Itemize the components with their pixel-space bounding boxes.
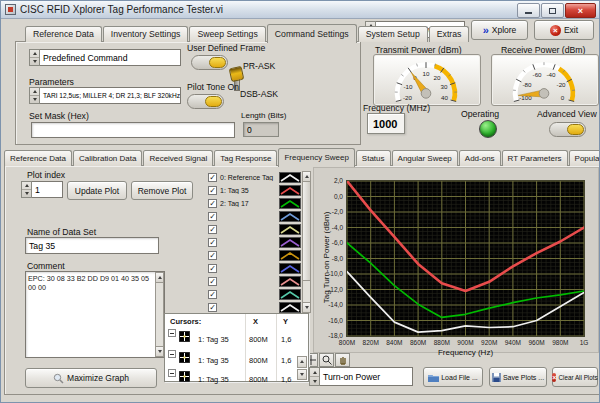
tab-reference-data[interactable]: Reference Data (4, 150, 72, 166)
scroll-up-icon[interactable] (297, 356, 307, 368)
tab-frequency-sweep[interactable]: Frequency Sweep (278, 148, 354, 167)
expand-icon[interactable] (168, 350, 176, 358)
svg-text:-60: -60 (533, 71, 543, 78)
tab-population-analysis[interactable]: Population Analysis (569, 150, 600, 166)
close-button[interactable]: × (565, 3, 596, 18)
set-mask-input[interactable] (31, 122, 235, 138)
legend-scrollbar[interactable] (302, 171, 311, 313)
parameters-spinner[interactable] (29, 87, 40, 104)
clear-all-plots-button[interactable]: × Clear All Plots (552, 367, 598, 387)
remove-plot-button[interactable]: Remove Plot (131, 181, 193, 200)
tab-calibration-data[interactable]: Calibration Data (73, 150, 142, 166)
xplore-button[interactable]: » Xplore (471, 20, 528, 40)
save-icon (492, 373, 501, 382)
legend-checkbox[interactable]: ✓ (208, 212, 217, 221)
cursor-row[interactable]: 1: Tag 35 800M 1,6 (165, 348, 296, 368)
legend-swatch[interactable] (279, 185, 301, 196)
data-set-name-input[interactable]: Tag 35 (25, 237, 159, 254)
legend-checkbox[interactable]: ✓ (208, 238, 217, 247)
tab-angular-sweep[interactable]: Angular Sweep (392, 150, 458, 166)
legend-checkbox[interactable]: ✓ (208, 303, 217, 312)
length-bits-value: 0 (243, 122, 279, 137)
turnon-spinner[interactable] (309, 367, 320, 386)
frequency-value[interactable]: 1000 (367, 113, 405, 134)
legend-swatch[interactable] (279, 237, 301, 248)
dsb-ask-label: DSB-ASK (240, 89, 278, 99)
minimize-icon (525, 12, 532, 14)
minimize-button[interactable] (517, 3, 540, 18)
tab-tag-response[interactable]: Tag Response (214, 150, 277, 166)
legend-swatch[interactable] (279, 224, 301, 235)
legend-swatch[interactable] (279, 211, 301, 222)
legend-swatch[interactable] (279, 263, 301, 274)
parameters-select[interactable]: TARI 12,5us; MILLER 4; DR 21,3; BLF 320k… (29, 87, 181, 104)
tab-system-setup[interactable]: System Setup (358, 26, 428, 42)
tab-reference-data-main[interactable]: Reference Data (25, 26, 102, 42)
pilot-tone-toggle[interactable] (187, 94, 224, 109)
legend-label: 2: Tag 17 (217, 200, 279, 207)
legend-swatch[interactable] (279, 276, 301, 287)
tab-rt-parameters[interactable]: RT Parameters (502, 150, 568, 166)
cursors-panel: Cursors: X Y 1: Tag 35 800M 1,6 1: Tag 3… (164, 313, 309, 382)
operating-label: Operating (461, 109, 499, 119)
tab-command-settings[interactable]: Command Settings (267, 24, 357, 43)
tab-inventory-settings[interactable]: Inventory Settings (103, 26, 189, 42)
exit-icon: × (550, 25, 561, 36)
scroll-down-icon[interactable] (156, 346, 163, 356)
titlebar[interactable]: CISC RFID Xplorer Tag Performance Tester… (1, 1, 599, 19)
advanced-view-toggle[interactable] (549, 122, 586, 137)
plot-index-spinner[interactable] (21, 181, 32, 198)
pan-tool-icon[interactable] (335, 353, 350, 367)
legend-checkbox[interactable]: ✓ (208, 173, 217, 182)
scroll-up-icon[interactable] (303, 172, 310, 182)
tab-extras[interactable]: Extras (429, 26, 470, 42)
user-defined-frame-toggle[interactable] (191, 55, 228, 70)
legend-swatch[interactable] (279, 250, 301, 261)
scroll-down-icon[interactable] (303, 302, 310, 312)
plot-index-input[interactable]: 1 (21, 181, 63, 198)
load-file-button[interactable]: Load File ... (423, 367, 483, 387)
save-plots-button[interactable]: Save Plots ... (489, 367, 547, 387)
tab-add-ons[interactable]: Add-ons (459, 150, 501, 166)
predefined-command-select[interactable]: Predefined Command (29, 49, 181, 66)
maximize-button[interactable] (541, 3, 564, 18)
predefined-command-spinner[interactable] (29, 49, 40, 66)
turnon-power-select[interactable]: Turn-on Power (309, 367, 413, 386)
update-plot-button[interactable]: Update Plot (67, 181, 127, 200)
maximize-graph-button[interactable]: Maximize Graph (25, 368, 157, 388)
cursor-row[interactable]: 1: Tag 35 800M 1,6 (165, 327, 296, 347)
legend-checkbox[interactable]: ✓ (208, 290, 217, 299)
cursor-row[interactable]: 1: Tag 35 800M 1,6 (165, 367, 296, 387)
legend-checkbox[interactable]: ✓ (208, 251, 217, 260)
legend-swatch[interactable] (279, 198, 301, 209)
svg-text:30: 30 (441, 83, 448, 90)
cursors-scrollbar[interactable] (297, 356, 307, 380)
expand-icon[interactable] (168, 329, 176, 337)
tab-received-signal[interactable]: Received Signal (143, 150, 213, 166)
frequency-sweep-graph[interactable] (346, 180, 585, 337)
legend-checkbox[interactable]: ✓ (208, 199, 217, 208)
xplore-label: Xplore (492, 25, 517, 35)
zoom-tool-icon[interactable] (319, 353, 334, 367)
cursor-label: 1: Tag 35 (198, 356, 229, 365)
tab-status[interactable]: Status (356, 150, 391, 166)
legend-swatch[interactable] (279, 172, 301, 183)
scroll-up-icon[interactable] (156, 273, 163, 283)
legend-swatch[interactable] (279, 289, 301, 300)
svg-text:40: 40 (441, 94, 448, 101)
app-window: CISC RFID Xplorer Tag Performance Tester… (0, 0, 600, 403)
legend-checkbox[interactable]: ✓ (208, 225, 217, 234)
scroll-down-icon[interactable] (297, 369, 307, 381)
expand-icon[interactable] (168, 369, 176, 377)
tab-sweep-settings[interactable]: Sweep Settings (189, 26, 265, 42)
plot-index-value: 1 (32, 181, 63, 198)
scrollbar-thumb[interactable] (303, 182, 310, 281)
legend-checkbox[interactable]: ✓ (208, 264, 217, 273)
exit-button[interactable]: × Exit (534, 20, 594, 40)
comment-input[interactable]: EPC: 30 08 33 B2 DD D9 01 40 35 05 00 00 (25, 271, 165, 358)
legend-checkbox[interactable]: ✓ (208, 277, 217, 286)
legend-swatch[interactable] (279, 302, 301, 313)
legend-checkbox[interactable]: ✓ (208, 186, 217, 195)
comment-scrollbar[interactable] (155, 272, 164, 357)
plot-canvas[interactable] (347, 181, 584, 336)
